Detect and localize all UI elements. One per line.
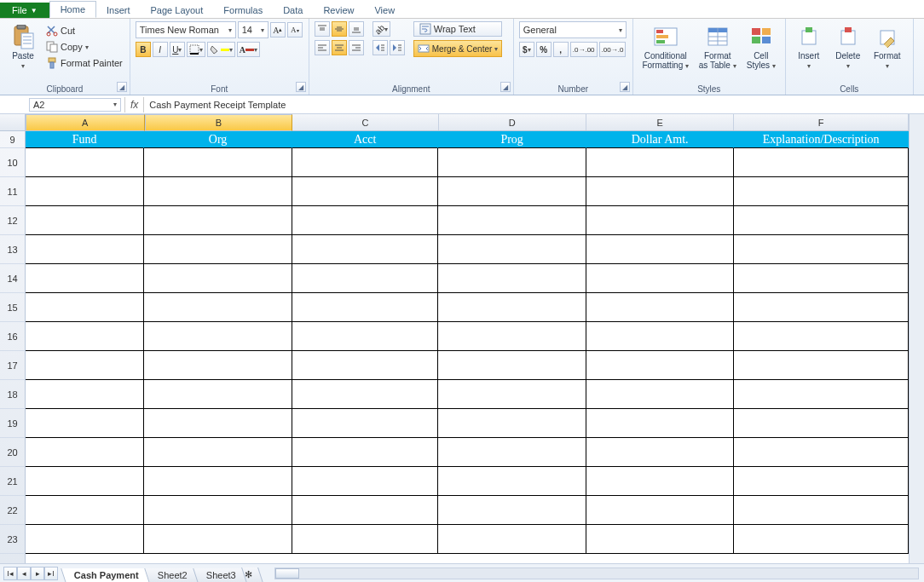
row-header-9[interactable]: 9 [0,131,25,148]
header-cell-dollar-amt-[interactable]: Dollar Amt. [586,131,734,148]
wrap-text-button[interactable]: Wrap Text [413,21,503,37]
align-right-button[interactable] [349,40,364,55]
cell-F10[interactable] [734,148,909,177]
scroll-thumb[interactable] [275,568,299,579]
insert-button[interactable]: Insert▾ [791,21,827,73]
row-header-12[interactable]: 12 [0,206,25,235]
dialog-launcher[interactable]: ◢ [117,82,127,92]
tab-page-layout[interactable]: Page Layout [141,3,214,18]
cell-F13[interactable] [734,235,909,264]
align-left-button[interactable] [315,40,330,55]
cell-A23[interactable] [26,525,144,554]
row-header-11[interactable]: 11 [0,177,25,206]
cell-D12[interactable] [438,206,586,235]
cell-C23[interactable] [292,525,439,554]
tab-formulas[interactable]: Formulas [213,3,273,18]
cells-area[interactable]: FundOrgAcctProgDollar Amt.Explanation/De… [26,131,909,563]
tab-view[interactable]: View [364,3,405,18]
header-cell-acct[interactable]: Acct [292,131,439,148]
cell-F14[interactable] [734,264,909,293]
row-header-16[interactable]: 16 [0,322,25,351]
formula-input[interactable]: Cash Payment Receipt Template [144,99,924,111]
cell-C15[interactable] [292,293,439,322]
tab-insert[interactable]: Insert [96,3,141,18]
cell-C13[interactable] [292,235,439,264]
sheet-tab-sheet2[interactable]: Sheet2 [144,568,200,583]
cell-B22[interactable] [144,496,292,525]
format-button[interactable]: Format▾ [869,21,905,73]
align-middle-button[interactable] [332,21,347,37]
sheet-tab-cash-payment[interactable]: Cash Payment [61,568,152,583]
next-sheet-button[interactable]: ▸ [31,567,44,580]
align-bottom-button[interactable] [349,21,364,37]
col-header-A[interactable]: A [26,114,145,131]
cell-E20[interactable] [586,438,734,467]
copy-button[interactable]: Copy▾ [44,39,124,55]
cell-F18[interactable] [734,380,909,409]
row-header-13[interactable]: 13 [0,235,25,264]
sheet-tab-sheet3[interactable]: Sheet3 [193,568,249,583]
currency-button[interactable]: $▾ [519,42,534,57]
cell-C17[interactable] [292,351,439,380]
delete-button[interactable]: Delete▾ [830,21,866,73]
cell-E23[interactable] [586,525,734,554]
decrease-decimal-button[interactable]: .00→.0 [599,42,627,57]
last-sheet-button[interactable]: ▸I [44,567,58,580]
cell-D23[interactable] [438,525,586,554]
col-header-E[interactable]: E [586,114,734,130]
vertical-scrollbar[interactable] [909,114,924,563]
cell-F21[interactable] [734,467,909,496]
merge-center-button[interactable]: Merge & Center▾ [413,40,503,57]
tab-home[interactable]: Home [49,1,96,18]
cell-C11[interactable] [292,177,439,206]
row-header-19[interactable]: 19 [0,409,25,438]
cell-B17[interactable] [144,351,292,380]
cell-A15[interactable] [26,293,144,322]
cell-A10[interactable] [26,148,144,177]
increase-decimal-button[interactable]: .0→.00 [570,42,598,57]
cell-C21[interactable] [292,467,439,496]
row-header-14[interactable]: 14 [0,264,25,293]
cell-C10[interactable] [292,148,439,177]
cell-A19[interactable] [26,409,144,438]
bold-button[interactable]: B [136,42,151,57]
cell-A12[interactable] [26,206,144,235]
cell-F17[interactable] [734,351,909,380]
cell-F23[interactable] [734,525,909,554]
row-header-15[interactable]: 15 [0,293,25,322]
header-cell-explanation-description[interactable]: Explanation/Description [734,131,909,148]
cell-C19[interactable] [292,409,439,438]
paste-button[interactable]: Paste▾ [5,21,41,73]
underline-button[interactable]: U▾ [170,42,185,57]
font-size-select[interactable]: 14▾ [238,21,269,38]
new-sheet-button[interactable]: ✻ [241,568,263,583]
cell-E17[interactable] [586,351,734,380]
col-header-C[interactable]: C [292,114,438,130]
cell-E15[interactable] [586,293,734,322]
comma-button[interactable]: , [553,42,569,57]
tab-review[interactable]: Review [313,3,364,18]
row-header-23[interactable]: 23 [0,525,25,554]
cell-A14[interactable] [26,264,144,293]
fx-icon[interactable]: fx [124,97,144,112]
cell-C12[interactable] [292,206,439,235]
cell-B21[interactable] [144,467,292,496]
orientation-button[interactable]: ab▾ [372,21,390,37]
cell-E22[interactable] [586,496,734,525]
cell-F20[interactable] [734,438,909,467]
row-header-18[interactable]: 18 [0,380,25,409]
cell-A16[interactable] [26,322,144,351]
cell-E16[interactable] [586,322,734,351]
align-center-button[interactable] [332,40,347,55]
cell-A11[interactable] [26,177,144,206]
row-header-10[interactable]: 10 [0,148,25,177]
row-header-21[interactable]: 21 [0,467,25,496]
cell-A22[interactable] [26,496,144,525]
number-format-select[interactable]: General▾ [519,21,627,38]
cell-D11[interactable] [438,177,586,206]
cell-F16[interactable] [734,322,909,351]
cell-C22[interactable] [292,496,439,525]
cell-B19[interactable] [144,409,292,438]
cell-B11[interactable] [144,177,292,206]
fill-color-button[interactable]: ▾ [207,42,235,57]
